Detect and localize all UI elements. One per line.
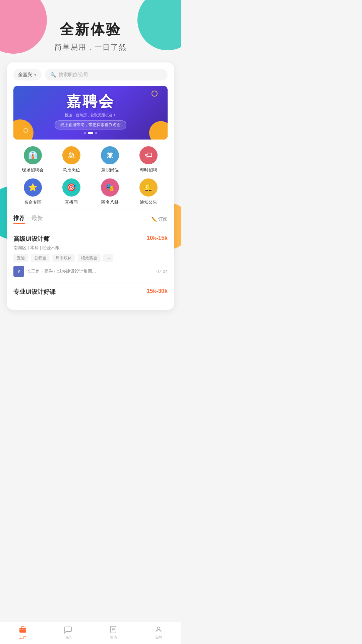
icon-circle-urgent: 急 [62, 146, 80, 164]
job-tags-1: 五险 公积金 周末双休 绩效奖金 ... [13, 254, 168, 262]
subscribe-edit-icon: ✏️ [151, 217, 157, 222]
icon-circle-gossip: 🎭 [101, 178, 119, 197]
job-title-2: 专业UI设计好课 [13, 288, 56, 296]
banner-circle-top [152, 91, 158, 97]
job-title-1: 高级UI设计师 [13, 235, 50, 243]
company-name-1: 长三角（嘉兴）城乡建设设计集团... [27, 268, 96, 274]
icon-label-gossip: 匿名八卦 [101, 199, 119, 205]
search-placeholder-text: 搜索职位/公司 [59, 72, 88, 78]
hero-section: 全新体验 简单易用，一目了然 [0, 0, 181, 62]
banner-subtitle: 投递一份简历，获取无限机会！ [65, 113, 116, 118]
hero-title: 全新体验 [7, 20, 174, 39]
hero-subtitle: 简单易用，一目了然 [7, 42, 174, 52]
company-avatar-1: V [13, 266, 24, 277]
icon-grid: 👔 现场招聘会 急 急招岗位 兼 兼职岗位 🏷 即时招聘 ⭐ 名企专区 🎯 直播… [13, 146, 168, 205]
company-avatar-inner-1: V [13, 266, 24, 277]
banner-title: 嘉聘会 [66, 92, 115, 111]
banner[interactable]: 嘉聘会 投递一份简历，获取无限机会！ 线上直播带岗，带您探索嘉兴名企 [13, 86, 168, 140]
icon-label-enterprise: 名企专区 [24, 199, 42, 205]
icon-circle-on-site: 👔 [24, 146, 42, 164]
icon-item-on-site[interactable]: 👔 现场招聘会 [13, 146, 52, 173]
icon-circle-enterprise: ⭐ [24, 178, 42, 197]
tab-subscribe[interactable]: ✏️ 订阅 [151, 216, 168, 222]
page-spacer [0, 310, 181, 333]
location-text: 全嘉兴 [18, 72, 32, 78]
company-row-1: V 长三角（嘉兴）城乡建设设计集团... 07-04 [13, 266, 168, 277]
job-header-1: 高级UI设计师 10k-15k [13, 235, 168, 243]
job-card-1[interactable]: 高级UI设计师 10k-15k 南湖区 | 本科 | 经验不限 五险 公积金 周… [13, 229, 168, 282]
icon-circle-parttime: 兼 [101, 146, 119, 164]
search-icon: 🔍 [50, 72, 56, 77]
icon-item-gossip[interactable]: 🎭 匿名八卦 [90, 178, 129, 205]
search-input-area[interactable]: 🔍 搜索职位/公司 [45, 69, 168, 80]
icon-label-live: 直播间 [65, 199, 78, 205]
tabs-section: 推荐 最新 ✏️ 订阅 高级UI设计师 10k-15k 南湖区 | 本科 | 经… [13, 209, 168, 303]
icon-circle-notice: 🔔 [139, 178, 158, 197]
banner-deco-right [149, 121, 168, 140]
job-header-2: 专业UI设计好课 15k-30k [13, 288, 168, 296]
banner-tagline: 线上直播带岗，带您探索嘉兴名企 [55, 120, 126, 129]
job-meta-1: 南湖区 | 本科 | 经验不限 [13, 245, 168, 251]
icon-label-notice: 通知公告 [140, 199, 157, 205]
location-arrow-icon: ▼ [34, 73, 37, 77]
job-tag-gjj: 公积金 [31, 254, 50, 262]
banner-circle-bottom [23, 128, 28, 133]
job-salary-1: 10k-15k [147, 235, 168, 241]
icon-label-parttime: 兼职岗位 [101, 167, 119, 173]
post-date-1: 07-04 [157, 269, 168, 274]
main-card: 全嘉兴 ▼ 🔍 搜索职位/公司 嘉聘会 投递一份简历，获取无限机会！ 线上直播带… [7, 62, 174, 310]
job-card-2[interactable]: 专业UI设计好课 15k-30k [13, 282, 168, 303]
job-tag-bonus: 绩效奖金 [78, 254, 101, 262]
icon-circle-live: 🎯 [62, 178, 80, 197]
icon-label-on-site: 现场招聘会 [22, 167, 44, 173]
tab-latest[interactable]: 最新 [32, 214, 43, 224]
company-info-1: V 长三角（嘉兴）城乡建设设计集团... [13, 266, 96, 277]
icon-item-enterprise[interactable]: ⭐ 名企专区 [13, 178, 52, 205]
subscribe-label: 订阅 [158, 216, 168, 222]
job-tag-more: ... [103, 254, 113, 262]
banner-dot-1 [84, 132, 86, 134]
tabs-header: 推荐 最新 ✏️ 订阅 [13, 214, 168, 224]
icon-circle-instant: 🏷 [139, 146, 158, 164]
icon-item-instant[interactable]: 🏷 即时招聘 [129, 146, 168, 173]
icon-item-notice[interactable]: 🔔 通知公告 [129, 178, 168, 205]
icon-label-instant: 即时招聘 [140, 167, 157, 173]
search-bar: 全嘉兴 ▼ 🔍 搜索职位/公司 [13, 69, 168, 80]
job-salary-2: 15k-30k [147, 288, 168, 294]
tab-recommended[interactable]: 推荐 [13, 214, 25, 224]
location-selector[interactable]: 全嘉兴 ▼ [13, 69, 42, 80]
banner-dot-3 [95, 132, 97, 134]
icon-label-urgent: 急招岗位 [63, 167, 80, 173]
icon-item-urgent[interactable]: 急 急招岗位 [52, 146, 90, 173]
banner-dot-2 [88, 132, 93, 134]
job-tag-wuxian: 五险 [13, 254, 28, 262]
job-tag-weekend: 周末双休 [52, 254, 75, 262]
icon-item-live[interactable]: 🎯 直播间 [52, 178, 90, 205]
banner-dots [84, 132, 97, 134]
icon-item-parttime[interactable]: 兼 兼职岗位 [90, 146, 129, 173]
